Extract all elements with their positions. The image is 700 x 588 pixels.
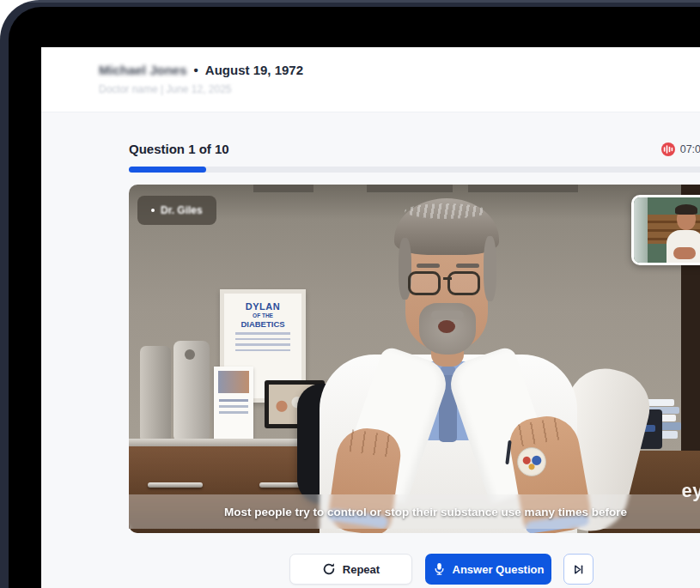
pip-patient-hands — [673, 247, 696, 259]
doctor-eyebrow — [417, 264, 440, 268]
patient-title: Michael Jones • August 19, 1972 — [99, 63, 303, 77]
doctor-eyebrow — [456, 264, 479, 268]
microphone-icon — [433, 562, 446, 576]
controls-bar: Repeat Answer Question — [129, 554, 700, 585]
timer-value: 07:02 — [680, 143, 700, 155]
video-watermark: ey — [682, 480, 700, 502]
answer-question-label: Answer Question — [453, 563, 545, 576]
doctor-coat-logo — [517, 447, 546, 476]
session-timer: 07:02 — [660, 142, 700, 157]
self-view-pip[interactable] — [631, 195, 700, 265]
caption-text: Most people try to control or stop their… — [202, 506, 627, 518]
question-progress-fill — [129, 167, 206, 173]
poster-line: DIABETICS — [224, 319, 301, 329]
decor-photo-card — [214, 367, 253, 439]
doctor-mouth — [438, 320, 455, 333]
answer-question-button[interactable]: Answer Question — [425, 554, 551, 585]
doctor-fingers — [514, 417, 563, 447]
doctor-mustache — [431, 311, 464, 319]
repeat-label: Repeat — [343, 563, 380, 576]
skip-question-button[interactable] — [563, 554, 593, 585]
pip-window — [634, 197, 648, 263]
pip-patient-hair — [675, 204, 697, 215]
repeat-button[interactable]: Repeat — [289, 554, 412, 585]
skip-next-icon — [572, 563, 585, 576]
repeat-icon — [322, 562, 336, 576]
video-player: DYLAN OF THE DIABETICS — [129, 185, 700, 533]
doctor-glasses — [408, 270, 487, 296]
decor-panel — [468, 185, 578, 192]
decor-speaker — [173, 341, 210, 442]
decor-panel — [367, 185, 453, 192]
patient-dob: August 19, 1972 — [205, 63, 303, 77]
speaker-dot-icon — [151, 209, 155, 212]
question-progress-bar — [129, 167, 700, 173]
speaker-name: Dr. Giles — [161, 204, 203, 216]
caption-band: Most people try to control or stop their… — [129, 494, 700, 529]
patient-name: Michael Jones — [99, 63, 187, 77]
question-counter: Question 1 of 10 — [129, 142, 700, 156]
app-header: Michael Jones • August 19, 1972 Doctor n… — [41, 47, 700, 112]
doctor-fingers — [346, 429, 393, 458]
app-window: Michael Jones • August 19, 1972 Doctor n… — [41, 47, 700, 588]
speaker-badge: Dr. Giles — [137, 196, 216, 225]
device-frame: Michael Jones • August 19, 1972 Doctor n… — [0, 0, 700, 588]
decor-panel — [253, 185, 313, 192]
poster-line: DYLAN — [224, 301, 301, 312]
question-row: Question 1 of 10 07:02 — [129, 142, 700, 161]
audio-recording-icon — [660, 142, 676, 157]
session-subtitle: Doctor name | June 12, 2025 — [99, 83, 232, 95]
decor-drawer-handle — [148, 482, 203, 488]
poster-line: OF THE — [224, 312, 301, 318]
decor-speaker — [140, 346, 171, 440]
title-separator: • — [194, 63, 198, 77]
